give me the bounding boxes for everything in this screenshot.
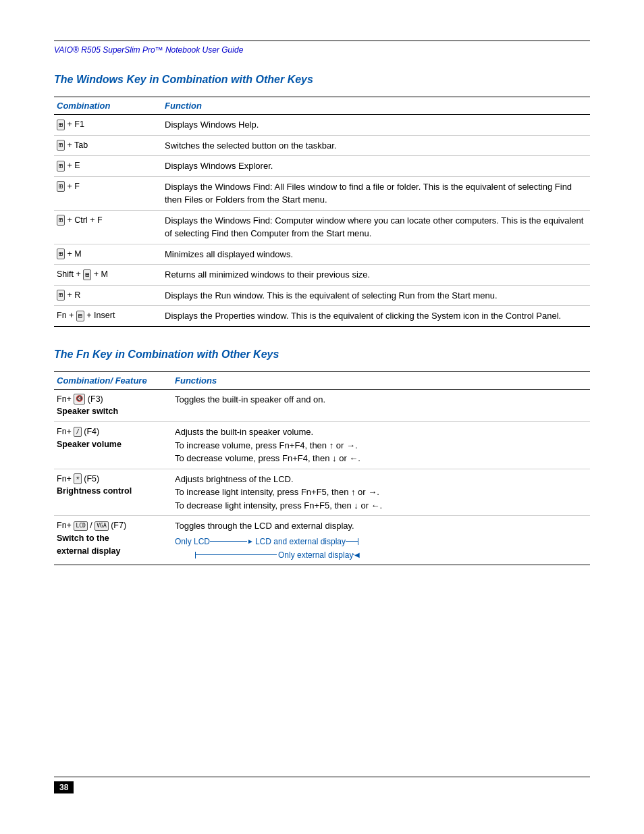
- header-title: VAIO® R505 SuperSlim Pro™ Notebook User …: [54, 45, 590, 55]
- table-row: ⊞ + Ctrl + FDisplays the Windows Find: C…: [54, 210, 590, 244]
- table-row: ⊞ + MMinimizes all displayed windows.: [54, 244, 590, 265]
- combo-cell: Fn+ LCD / VGA (F7)Switch to theexternal …: [54, 516, 172, 565]
- table-row: Fn+ 🔇 (F3)Speaker switchToggles the buil…: [54, 389, 590, 422]
- function-cell: Displays Windows Explorer.: [162, 156, 590, 177]
- diagram-line2: Only external display ◀: [175, 549, 585, 561]
- combo-cell: ⊞ + F1: [54, 115, 162, 136]
- table-row: Fn + ⊞ + InsertDisplays the Properties w…: [54, 306, 590, 327]
- fn-key-table: Combination/ Feature Functions Fn+ 🔇 (F3…: [54, 371, 590, 565]
- function-cell: Displays the Run window. This is the equ…: [162, 285, 590, 306]
- diagram-line1: Only LCD ► LCD and external display: [175, 536, 585, 548]
- fn-col-function-header: Functions: [172, 371, 590, 389]
- function-cell: Toggles the built-in speaker off and on.: [172, 389, 590, 422]
- footer-bar: 38: [54, 777, 590, 793]
- combo-cell: ⊞ + Tab: [54, 135, 162, 156]
- section1-title: The Windows Key in Combination with Othe…: [54, 74, 590, 86]
- function-cell: Adjusts brightness of the LCD.To increas…: [172, 469, 590, 516]
- only-lcd-label: Only LCD: [175, 536, 210, 548]
- table-row: ⊞ + F1Displays Windows Help.: [54, 115, 590, 136]
- table-row: ⊞ + FDisplays the Windows Find: All File…: [54, 176, 590, 210]
- fn-table-header-row: Combination/ Feature Functions: [54, 371, 590, 389]
- function-cell: Adjusts the built-in speaker volume.To i…: [172, 422, 590, 469]
- function-cell: Displays the Properties window. This is …: [162, 306, 590, 327]
- function-cell: Displays Windows Help.: [162, 115, 590, 136]
- table-header-row: Combination Function: [54, 97, 590, 115]
- combo-cell: ⊞ + M: [54, 244, 162, 265]
- function-cell: Displays the Windows Find: All Files win…: [162, 176, 590, 210]
- function-cell: Switches the selected button on the task…: [162, 135, 590, 156]
- col-function-header: Function: [162, 97, 590, 115]
- function-cell: Toggles through the LCD and external dis…: [172, 516, 590, 565]
- windows-key-table-container: Combination Function ⊞ + F1Displays Wind…: [54, 97, 590, 327]
- col-combination-header: Combination: [54, 97, 162, 115]
- combo-cell: Fn+ 🔇 (F3)Speaker switch: [54, 389, 172, 422]
- combo-cell: ⊞ + R: [54, 285, 162, 306]
- only-external-label: Only external display: [278, 549, 353, 561]
- table-row: Fn+ LCD / VGA (F7)Switch to theexternal …: [54, 516, 590, 565]
- table-row: Shift + ⊞ + MReturns all minimized windo…: [54, 265, 590, 286]
- table-row: ⊞ + EDisplays Windows Explorer.: [54, 156, 590, 177]
- combo-cell: ⊞ + E: [54, 156, 162, 177]
- combo-cell: Fn+ ☀ (F5)Brightness control: [54, 469, 172, 516]
- page-container: VAIO® R505 SuperSlim Pro™ Notebook User …: [0, 0, 644, 627]
- display-diagram: Only LCD ► LCD and external display Only…: [175, 536, 585, 561]
- fn-key-table-container: Combination/ Feature Functions Fn+ 🔇 (F3…: [54, 371, 590, 565]
- combo-cell: ⊞ + F: [54, 176, 162, 210]
- function-cell: Displays the Windows Find: Computer wind…: [162, 210, 590, 244]
- header-rule: [54, 41, 590, 41]
- page-number: 38: [54, 781, 74, 793]
- combo-cell: Fn + ⊞ + Insert: [54, 306, 162, 327]
- table-row: ⊞ + TabSwitches the selected button on t…: [54, 135, 590, 156]
- function-cell: Minimizes all displayed windows.: [162, 244, 590, 265]
- table-row: Fn+ / (F4)Speaker volumeAdjusts the buil…: [54, 422, 590, 469]
- function-cell: Returns all minimized windows to their p…: [162, 265, 590, 286]
- combo-cell: Shift + ⊞ + M: [54, 265, 162, 286]
- table-row: ⊞ + RDisplays the Run window. This is th…: [54, 285, 590, 306]
- section2-title: The Fn Key in Combination with Other Key…: [54, 348, 590, 361]
- table-row: Fn+ ☀ (F5)Brightness controlAdjusts brig…: [54, 469, 590, 516]
- combo-cell: ⊞ + Ctrl + F: [54, 210, 162, 244]
- combo-cell: Fn+ / (F4)Speaker volume: [54, 422, 172, 469]
- fn-col-combination-header: Combination/ Feature: [54, 371, 172, 389]
- lcd-external-label: LCD and external display: [255, 536, 346, 548]
- windows-key-table: Combination Function ⊞ + F1Displays Wind…: [54, 97, 590, 327]
